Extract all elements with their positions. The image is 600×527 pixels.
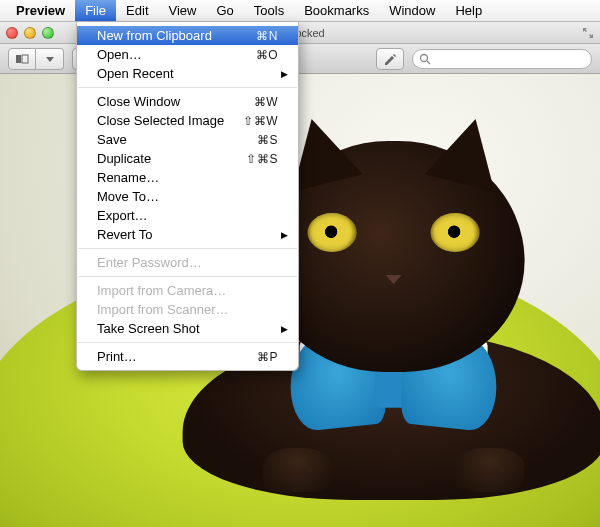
menu-item-shortcut: ⌘P xyxy=(257,350,278,364)
svg-point-3 xyxy=(421,54,428,61)
menu-item-export[interactable]: Export… xyxy=(77,206,298,225)
menu-item-shortcut: ⌘O xyxy=(256,48,278,62)
menu-item-duplicate[interactable]: Duplicate⇧⌘S xyxy=(77,149,298,168)
menu-item-label: Revert To xyxy=(97,227,278,242)
view-thumbnails-button[interactable] xyxy=(8,48,36,70)
svg-line-4 xyxy=(427,61,430,64)
menu-item-close-window[interactable]: Close Window⌘W xyxy=(77,92,298,111)
menu-item-open-recent[interactable]: Open Recent▶ xyxy=(77,64,298,83)
menu-separator xyxy=(78,276,297,277)
menu-item-label: New from Clipboard xyxy=(97,28,256,43)
menu-item-label: Move To… xyxy=(97,189,278,204)
menu-item-label: Close Window xyxy=(97,94,254,109)
submenu-arrow-icon: ▶ xyxy=(281,324,288,334)
submenu-arrow-icon: ▶ xyxy=(281,230,288,240)
submenu-arrow-icon: ▶ xyxy=(281,69,288,79)
menu-edit[interactable]: Edit xyxy=(116,0,158,21)
menu-separator xyxy=(78,87,297,88)
app-name-label: Preview xyxy=(6,3,75,18)
file-menu-dropdown: New from Clipboard⌘NOpen…⌘OOpen Recent▶C… xyxy=(76,22,299,371)
menu-item-label: Open Recent xyxy=(97,66,278,81)
menu-item-label: Enter Password… xyxy=(97,255,278,270)
menu-separator xyxy=(78,248,297,249)
menu-item-label: Rename… xyxy=(97,170,278,185)
view-mode-dropdown-button[interactable] xyxy=(36,48,64,70)
menu-item-new-from-clipboard[interactable]: New from Clipboard⌘N xyxy=(77,26,298,45)
menu-item-label: Import from Camera… xyxy=(97,283,278,298)
menu-separator xyxy=(78,342,297,343)
zoom-window-button[interactable] xyxy=(42,27,54,39)
menu-item-label: Close Selected Image xyxy=(97,113,243,128)
menu-file[interactable]: File xyxy=(75,0,116,21)
menu-item-label: Print… xyxy=(97,349,257,364)
menu-bookmarks[interactable]: Bookmarks xyxy=(294,0,379,21)
menu-view[interactable]: View xyxy=(159,0,207,21)
close-window-button[interactable] xyxy=(6,27,18,39)
menu-item-label: Export… xyxy=(97,208,278,223)
search-field-wrap xyxy=(412,49,592,69)
menu-item-label: Save xyxy=(97,132,257,147)
menu-item-save[interactable]: Save⌘S xyxy=(77,130,298,149)
menu-item-rename[interactable]: Rename… xyxy=(77,168,298,187)
menu-item-shortcut: ⇧⌘S xyxy=(246,152,278,166)
menu-item-revert-to[interactable]: Revert To▶ xyxy=(77,225,298,244)
menu-window[interactable]: Window xyxy=(379,0,445,21)
menu-tools[interactable]: Tools xyxy=(244,0,294,21)
menu-item-shortcut: ⌘W xyxy=(254,95,278,109)
menu-item-label: Take Screen Shot xyxy=(97,321,278,336)
fullscreen-icon[interactable] xyxy=(582,27,594,39)
view-mode-group xyxy=(8,48,64,70)
menu-item-print[interactable]: Print…⌘P xyxy=(77,347,298,366)
menu-item-take-screen-shot[interactable]: Take Screen Shot▶ xyxy=(77,319,298,338)
menu-item-enter-password: Enter Password… xyxy=(77,253,298,272)
svg-rect-1 xyxy=(22,55,28,63)
menu-item-shortcut: ⌘S xyxy=(257,133,278,147)
svg-rect-0 xyxy=(16,55,21,63)
menu-item-shortcut: ⇧⌘W xyxy=(243,114,278,128)
menu-item-label: Duplicate xyxy=(97,151,246,166)
window-controls xyxy=(6,27,54,39)
menu-item-open[interactable]: Open…⌘O xyxy=(77,45,298,64)
menu-item-import-from-scanner: Import from Scanner… xyxy=(77,300,298,319)
system-menubar: Preview FileEditViewGoToolsBookmarksWind… xyxy=(0,0,600,22)
search-icon xyxy=(419,53,431,65)
menu-item-close-selected-image[interactable]: Close Selected Image⇧⌘W xyxy=(77,111,298,130)
menu-item-shortcut: ⌘N xyxy=(256,29,278,43)
minimize-window-button[interactable] xyxy=(24,27,36,39)
search-input[interactable] xyxy=(412,49,592,69)
menu-go[interactable]: Go xyxy=(206,0,243,21)
menu-item-import-from-camera: Import from Camera… xyxy=(77,281,298,300)
markup-button[interactable] xyxy=(376,48,404,70)
menu-item-label: Open… xyxy=(97,47,256,62)
menu-help[interactable]: Help xyxy=(445,0,492,21)
menu-item-move-to[interactable]: Move To… xyxy=(77,187,298,206)
menu-item-label: Import from Scanner… xyxy=(97,302,278,317)
